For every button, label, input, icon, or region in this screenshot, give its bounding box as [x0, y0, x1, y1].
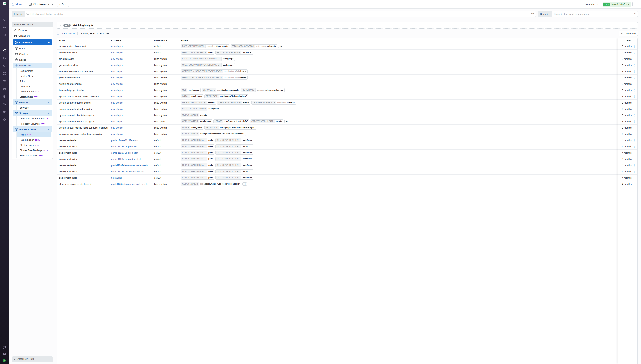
column-header-cluster[interactable]: CLUSTER: [111, 39, 154, 42]
table-row[interactable]: system:controller:bootstrap-signerdev-sh…: [57, 118, 321, 124]
cluster-link[interactable]: dev-shopist: [111, 64, 123, 66]
column-header-rules[interactable]: RULES: [181, 39, 321, 42]
filter-input[interactable]: [25, 11, 321, 17]
datadog-logo-icon[interactable]: [1, 1, 7, 7]
sidebar-item-roles[interactable]: RolesBETA: [16, 132, 52, 137]
page-title-group[interactable]: Containers: [29, 2, 54, 6]
cluster-link[interactable]: dev-shopist: [111, 101, 123, 104]
table-row[interactable]: system:controller:glbcdev-shopistkube-sy…: [57, 81, 321, 87]
cluster-link[interactable]: dev-shopist: [111, 70, 123, 73]
table-row[interactable]: deployment-indexdemo-11287-us-prod-eastd…: [57, 150, 321, 156]
rail-security-button[interactable]: [2, 110, 7, 114]
sidebar-item-containers[interactable]: Containers: [12, 33, 53, 38]
table-row[interactable]: system::leader-locking-kube-schedulerdev…: [57, 93, 321, 100]
cluster-link[interactable]: prod-pcf-pks-11287-demo: [111, 139, 138, 142]
table-row[interactable]: snapshot-controller-leaderelectiondev-sh…: [57, 68, 321, 74]
rail-search-button[interactable]: [2, 18, 7, 22]
sidebar-item-cluster-role-bindings[interactable]: Cluster Role BindingsBETA: [16, 148, 52, 153]
rules-cell: GET/LIST/WATCH/CREATEpodsGET/LIST/WATCH/…: [181, 157, 321, 161]
sidebar-item-jobs[interactable]: Jobs: [16, 79, 52, 84]
sidebar-item-persistent-volumes[interactable]: Persistent VolumesBETA: [16, 121, 52, 126]
views-button[interactable]: Views: [12, 3, 22, 6]
table-row[interactable]: system:controller:bootstrap-signerdev-sh…: [57, 112, 321, 118]
table-row[interactable]: system::leader-locking-kube-controller-m…: [57, 124, 321, 131]
rail-containers-button[interactable]: [2, 48, 7, 52]
sidebar-subsection-network[interactable]: Network: [13, 100, 52, 105]
sidebar-item-clusters[interactable]: Clusters: [13, 51, 52, 57]
sidebar-item-daemon-sets[interactable]: Daemon SetsBETA: [16, 89, 52, 94]
sidebar-item-persistent-volume-claims[interactable]: Persistent Volume ClaimsB...: [16, 116, 52, 121]
table-row[interactable]: deployment-indexprod-11287-demo-eks-clus…: [57, 162, 321, 168]
sidebar-item-deployments[interactable]: Deployments: [16, 68, 52, 74]
sidebar-item-processes[interactable]: Processes: [12, 27, 53, 33]
rail-metrics-button[interactable]: [2, 41, 7, 45]
cluster-link[interactable]: dev-shopist: [111, 76, 123, 79]
more-rules-chip[interactable]: +4: [278, 45, 283, 48]
table-row[interactable]: deployment-replica-restartdev-shopistdef…: [57, 43, 321, 49]
cluster-link[interactable]: demo-11287-us-prod-west: [111, 145, 139, 148]
table-row[interactable]: pdcsi-leaderelectiondev-shopistkube-syst…: [57, 74, 321, 81]
sidebar-item-stateful-sets[interactable]: Stateful SetsBETA: [16, 94, 52, 100]
cluster-link[interactable]: demo-11287-us-prod-central: [111, 158, 141, 160]
sidebar-item-replica-sets[interactable]: Replica Sets: [16, 74, 52, 79]
sidebar-subsection-access-control[interactable]: Access Control: [13, 126, 52, 132]
sidebar-item-service-accounts[interactable]: Service AccountsBETA: [16, 153, 52, 158]
column-header-role[interactable]: ROLE: [57, 39, 111, 42]
sidebar-item-cluster-roles[interactable]: Cluster RolesBETA: [16, 142, 52, 148]
more-rules-chip[interactable]: +1: [284, 120, 289, 123]
sidebar-item-nodes[interactable]: Nodes: [13, 57, 52, 62]
sidebar-item-cron-jobs[interactable]: Cron Jobs: [16, 84, 52, 89]
rail-monitors-button[interactable]: [2, 79, 7, 83]
column-header-namespace[interactable]: NAMESPACE: [154, 39, 181, 42]
cluster-link[interactable]: demo-11287-us-prod-east: [111, 152, 138, 154]
cluster-link[interactable]: dev-shopist: [111, 89, 123, 92]
rail-network-button[interactable]: [2, 118, 7, 122]
cluster-link[interactable]: dev-shopist: [111, 82, 123, 85]
table-row[interactable]: deployment-indexprod-pcf-pks-11287-demod…: [57, 137, 321, 143]
table-row[interactable]: deployment-indexdemo-11287-aks-northcent…: [57, 168, 321, 174]
sidebar-subsection-storage[interactable]: Storage: [13, 110, 52, 116]
table-row[interactable]: system:controller:cloud-providerdev-shop…: [57, 106, 321, 112]
table-row[interactable]: system:controller:token-cleanerdev-shopi…: [57, 100, 321, 106]
rail-integrations-button[interactable]: [2, 72, 7, 76]
save-button[interactable]: + Save: [57, 2, 69, 7]
cluster-link[interactable]: dev-shopist: [111, 108, 123, 110]
cluster-link[interactable]: dev-shopist: [111, 45, 123, 48]
namespace-cell: kube-system: [154, 95, 181, 98]
rail-logs-button[interactable]: [2, 33, 7, 37]
table-row[interactable]: deployment-indexdemo-11287-us-prod-westd…: [57, 143, 321, 150]
rail-notebooks-button[interactable]: [2, 94, 7, 98]
table-row[interactable]: deployment-indexdev-shopistdefaultGET/LI…: [57, 49, 321, 56]
cluster-link[interactable]: dev-shopist: [111, 114, 123, 116]
sidebar-subsection-workloads[interactable]: Workloads: [13, 62, 52, 68]
cluster-link[interactable]: dev-shopist: [111, 133, 123, 135]
watchdog-insights-bar[interactable]: 0 Watchdog Insights: [57, 22, 321, 28]
table-row[interactable]: deployment-indexdemo-11287-us-prod-centr…: [57, 156, 321, 162]
table-row[interactable]: konnectivity-agent-cphadev-shopistkube-s…: [57, 87, 321, 93]
hide-controls-button[interactable]: Hide Controls: [57, 32, 75, 35]
table-row[interactable]: extension-apiserver-authentication-reade…: [57, 131, 321, 137]
table-row[interactable]: eks-vpc-resource-controller-roleprod-112…: [57, 181, 321, 182]
cluster-link[interactable]: prod-11287-demo-eks-cluster-east-1: [111, 164, 149, 166]
cluster-link[interactable]: dev-shopist: [111, 120, 123, 123]
sidebar-item-pods[interactable]: Pods: [13, 46, 52, 51]
cluster-link[interactable]: us-staging: [111, 176, 122, 179]
rail-apm-button[interactable]: [2, 56, 7, 60]
rail-dashboards-button[interactable]: [2, 64, 7, 68]
rail-watchdog-button[interactable]: [2, 26, 7, 29]
rail-audit-button[interactable]: [2, 102, 7, 106]
cluster-link[interactable]: dev-shopist: [111, 126, 123, 129]
table-row[interactable]: deployment-indexus-stagingdefaultGET/LIS…: [57, 174, 321, 181]
cluster-link[interactable]: dev-shopist: [111, 51, 123, 54]
sidebar-section-kubernetes[interactable]: Kubernetes: [13, 39, 52, 46]
table-row[interactable]: cloud-providerdev-shopistkube-systemCREA…: [57, 56, 321, 62]
cluster-link[interactable]: dev-shopist: [111, 58, 123, 60]
table-row[interactable]: gce:cloud-providerdev-shopistkube-system…: [57, 62, 321, 68]
select-resources-header: Select Resources: [12, 22, 53, 27]
cluster-link[interactable]: demo-11287-aks-northcentralus: [111, 170, 144, 173]
sidebar-item-role-bindings[interactable]: Role BindingsBETA: [16, 137, 52, 142]
rail-pipelines-button[interactable]: [2, 87, 7, 91]
rule-chip: GET/LIST/WATCH/CREATEpods: [181, 170, 214, 174]
cluster-link[interactable]: dev-shopist: [111, 95, 123, 98]
sidebar-item-services[interactable]: Services: [16, 105, 52, 110]
